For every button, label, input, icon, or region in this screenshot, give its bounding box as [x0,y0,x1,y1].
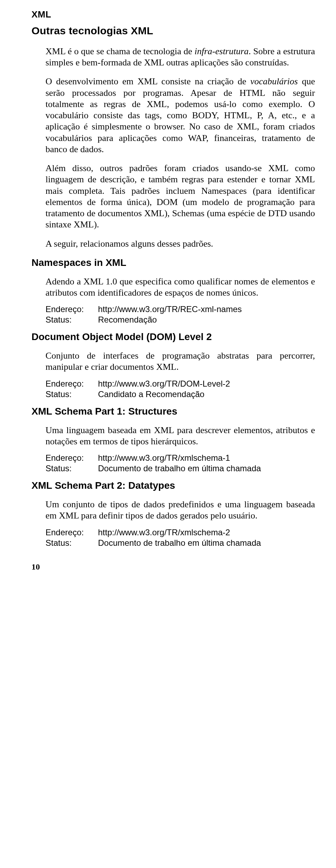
status-line: Status:Recomendação [46,315,315,325]
status-label: Status: [46,463,98,474]
status-value: Documento de trabalho em última chamada [98,464,261,473]
intro-paragraph-2: O desenvolvimento em XML consiste na cri… [46,76,315,155]
italic-term: infra-estrutura [195,46,249,56]
text: que serão processados por programas. Ape… [46,76,315,154]
metadata: Endereço:http://www.w3.org/TR/REC-xml-na… [46,304,315,325]
status-label: Status: [46,315,98,325]
status-label: Status: [46,389,98,400]
body-paragraph: Adendo a XML 1.0 que especifica como qua… [46,276,315,298]
subsection-heading: Document Object Model (DOM) Level 2 [31,331,315,343]
subsection-body: Adendo a XML 1.0 que especifica como qua… [31,276,315,325]
body-paragraph: Uma linguagem baseada em XML para descre… [46,425,315,447]
metadata: Endereço:http://www.w3.org/TR/xmlschema-… [46,453,315,474]
intro-paragraph-3: Além disso, outros padrões foram criados… [46,163,315,230]
subsection-heading: Namespaces in XML [31,257,315,268]
metadata: Endereço:http://www.w3.org/TR/DOM-Level-… [46,379,315,400]
intro-block: XML é o que se chama de tecnologia de in… [31,46,315,249]
endereco-value: http://www.w3.org/TR/DOM-Level-2 [98,379,230,388]
status-line: Status:Documento de trabalho em última c… [46,538,315,548]
status-value: Recomendação [98,315,157,324]
subsection-heading: XML Schema Part 1: Structures [31,406,315,417]
subsection-body: Um conjunto de tipos de dados predefinid… [31,499,315,548]
subsection-body: Conjunto de interfaces de programação ab… [31,350,315,399]
running-head: XML [31,9,315,20]
endereco-value: http://www.w3.org/TR/xmlschema-1 [98,453,230,463]
endereco-line: Endereço:http://www.w3.org/TR/xmlschema-… [46,453,315,463]
body-paragraph: Um conjunto de tipos de dados predefinid… [46,499,315,521]
metadata: Endereço:http://www.w3.org/TR/xmlschema-… [46,527,315,548]
body-paragraph: Conjunto de interfaces de programação ab… [46,350,315,373]
endereco-line: Endereço:http://www.w3.org/TR/REC-xml-na… [46,304,315,315]
intro-paragraph-4: A seguir, relacionamos alguns desses pad… [46,238,315,249]
endereco-label: Endereço: [46,453,98,463]
status-line: Status:Candidato a Recomendação [46,389,315,400]
subsection-heading: XML Schema Part 2: Datatypes [31,480,315,491]
endereco-line: Endereço:http://www.w3.org/TR/xmlschema-… [46,527,315,538]
endereco-label: Endereço: [46,527,98,538]
endereco-label: Endereço: [46,304,98,315]
italic-term: vocabulários [250,76,298,86]
section-title: Outras tecnologias XML [31,25,315,37]
intro-paragraph-1: XML é o que se chama de tecnologia de in… [46,46,315,68]
endereco-line: Endereço:http://www.w3.org/TR/DOM-Level-… [46,379,315,389]
endereco-label: Endereço: [46,379,98,389]
subsection-body: Uma linguagem baseada em XML para descre… [31,425,315,474]
status-value: Documento de trabalho em última chamada [98,538,261,548]
status-label: Status: [46,538,98,548]
endereco-value: http://www.w3.org/TR/xmlschema-2 [98,528,230,537]
page-number: 10 [31,562,315,572]
endereco-value: http://www.w3.org/TR/REC-xml-names [98,304,242,314]
page: XML Outras tecnologias XML XML é o que s… [0,0,336,586]
status-line: Status:Documento de trabalho em última c… [46,463,315,474]
text: O desenvolvimento em XML consiste na cri… [46,76,250,86]
status-value: Candidato a Recomendação [98,389,204,399]
text: XML é o que se chama de tecnologia de [46,46,195,56]
